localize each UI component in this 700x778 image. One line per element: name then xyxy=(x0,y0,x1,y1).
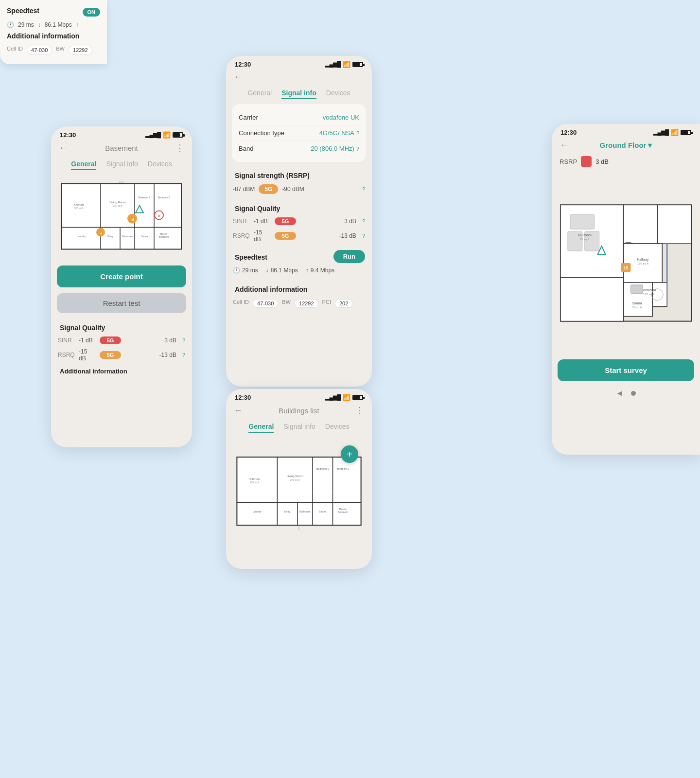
chips: Cell ID 47-030 BW 12292 PCI 202 xyxy=(233,296,365,311)
tab-general[interactable]: General xyxy=(247,89,272,99)
back-button[interactable]: ← xyxy=(234,406,243,416)
svg-rect-54 xyxy=(657,205,691,244)
svg-text:Bedroom 1: Bedroom 1 xyxy=(316,467,329,470)
sinr-help[interactable]: ? xyxy=(362,218,365,224)
rsrq-help[interactable]: ? xyxy=(182,352,185,358)
rsrp-color-box xyxy=(581,156,592,167)
svg-text:100 sq ft: 100 sq ft xyxy=(643,293,654,296)
restart-test-button[interactable]: Restart test xyxy=(57,293,186,313)
bw-value: 12292 xyxy=(69,46,92,54)
tab-signal-info[interactable]: Signal info xyxy=(106,160,138,170)
ground-floor-plan: 15 ng Room 95 sq ft Hallway 166 sq ft Ba… xyxy=(556,171,696,355)
svg-text:Sauna: Sauna xyxy=(141,235,148,238)
rsrq-db: -15 dB xyxy=(79,348,96,362)
bw-label: BW xyxy=(56,46,65,54)
status-icons: ▂▄▆█ 📶 xyxy=(653,129,691,136)
svg-text:95 sq ft: 95 sq ft xyxy=(580,238,590,241)
more-button[interactable]: ⋮ xyxy=(175,142,184,153)
nav-bar: ← Buildings list ⋮ xyxy=(226,403,372,420)
additional-info-title: Additional information xyxy=(7,32,100,40)
back-button[interactable]: ← xyxy=(59,143,68,153)
status-bar: 12:30 ▂▄▆█ 📶 xyxy=(226,56,372,70)
speedtest-toggle[interactable]: ON xyxy=(83,8,101,17)
start-survey-button[interactable]: Start survey xyxy=(558,359,694,381)
download-stat: ↓ 86.1 Mbps xyxy=(266,267,298,274)
conn-value: 4G/5G/ NSA xyxy=(319,129,354,137)
run-button[interactable]: Run xyxy=(333,250,365,263)
sinr-label: SINR xyxy=(233,218,250,225)
svg-text:193 sq.ft: 193 sq.ft xyxy=(250,481,260,484)
battery-icon xyxy=(352,62,363,67)
sinr-help[interactable]: ? xyxy=(182,337,185,343)
tab-general[interactable]: General xyxy=(71,160,96,170)
time: 12:30 xyxy=(560,129,577,136)
download-icon: ↓ xyxy=(266,267,269,274)
rsrq-label: RSRQ xyxy=(233,232,250,239)
tabs: General Signal info Devices xyxy=(226,420,372,438)
bw-label: BW xyxy=(282,299,291,308)
additional-info-section: Additional information Cell ID 47-030 BW… xyxy=(226,277,372,311)
back-button[interactable]: ← xyxy=(560,140,568,150)
floor-plan: Kitchen 193 sq.ft Living Room 280 sq.ft … xyxy=(232,438,366,545)
top-right-panel: Speedtest ON 🕐 29 ms ↓ 86.1 Mbps ↑ Addit… xyxy=(0,0,107,64)
svg-text:ng Room: ng Room xyxy=(578,233,592,237)
svg-text:Master: Master xyxy=(339,508,347,511)
svg-text:Bedroom 2: Bedroom 2 xyxy=(337,467,349,470)
svg-text:Bathroom: Bathroom xyxy=(299,510,310,513)
tab-devices[interactable]: Devices xyxy=(325,423,350,433)
speedtest-title: Speedtest xyxy=(7,7,39,15)
phone-ground-floor: 12:30 ▂▄▆█ 📶 ← Ground Floor ▾ RSRP 3 dB xyxy=(552,124,700,455)
sinr-tech: 5G xyxy=(275,217,296,225)
sinr-row: SINR -1 dB 5G 3 dB ? xyxy=(58,335,185,346)
sinr-label: SINR xyxy=(58,337,75,344)
status-bar: 12:30 ▂▄▆█ 📶 xyxy=(552,124,700,138)
home-dot[interactable] xyxy=(631,391,636,396)
rsrp-help[interactable]: ? xyxy=(362,186,365,192)
svg-text:Entry: Entry xyxy=(284,510,290,513)
clock-icon: 🕐 xyxy=(7,21,14,28)
speedtest-row: Speedtest Run xyxy=(233,248,365,264)
rsrp-row: -87 dBM 5G -90 dBM ? xyxy=(233,182,365,196)
add-button[interactable]: + xyxy=(341,445,358,463)
wifi-icon: 📶 xyxy=(163,131,171,139)
pci-label: PCI xyxy=(322,299,331,308)
status-icons: ▂▄▆█ 📶 xyxy=(325,394,363,401)
tab-devices[interactable]: Devices xyxy=(326,89,350,99)
band-help[interactable]: ? xyxy=(356,146,359,152)
battery-icon xyxy=(352,395,363,400)
back-button[interactable]: ← xyxy=(234,72,243,82)
additional-info-label: Additional information xyxy=(58,368,185,375)
svg-rect-59 xyxy=(570,214,595,229)
rsrq-right: -13 dB xyxy=(339,232,356,239)
rsrp-label: RSRP xyxy=(560,158,577,165)
rsrq-help[interactable]: ? xyxy=(362,233,365,239)
status-bar: 12:30 ▂▄▆█ 📶 xyxy=(226,389,372,403)
tab-devices[interactable]: Devices xyxy=(148,160,172,170)
cell-id-label: Cell ID xyxy=(233,299,249,308)
svg-text:Bathroom: Bathroom xyxy=(122,235,133,238)
create-point-button[interactable]: Create point xyxy=(57,265,186,287)
floor-label: Ground Floor xyxy=(600,141,647,149)
more-button[interactable]: ⋮ xyxy=(355,405,364,416)
svg-text:Sauna: Sauna xyxy=(632,301,642,305)
sinr-db: -1 dB xyxy=(254,218,271,225)
carrier-label: Carrier xyxy=(239,114,258,121)
phone-buildings-list: 12:30 ▂▄▆█ 📶 ← Buildings list ⋮ General … xyxy=(226,389,372,569)
status-icons: ▂▄▆█ 📶 xyxy=(325,61,363,68)
battery-icon xyxy=(681,130,691,135)
signal-icon: ▂▄▆█ xyxy=(325,61,341,68)
conn-help[interactable]: ? xyxy=(356,130,359,136)
tab-signal-info[interactable]: Signal info xyxy=(281,89,316,99)
svg-text:Living Room: Living Room xyxy=(109,201,125,204)
svg-text:Bedroom 1: Bedroom 1 xyxy=(139,196,151,199)
cell-id-label: Cell ID xyxy=(7,46,23,54)
tab-general[interactable]: General xyxy=(248,423,274,433)
back-nav-icon[interactable]: ◄ xyxy=(616,389,624,398)
floor-dropdown[interactable]: Ground Floor ▾ xyxy=(600,141,652,150)
pci-value: 202 xyxy=(335,299,352,308)
tab-signal-info[interactable]: Signal info xyxy=(283,423,315,433)
rsrq-row: RSRQ -15 dB 5G -13 dB ? xyxy=(58,346,185,364)
svg-text:Laundry: Laundry xyxy=(77,235,86,238)
time: 12:30 xyxy=(235,61,251,68)
upload-icon: ↑ xyxy=(306,267,309,274)
